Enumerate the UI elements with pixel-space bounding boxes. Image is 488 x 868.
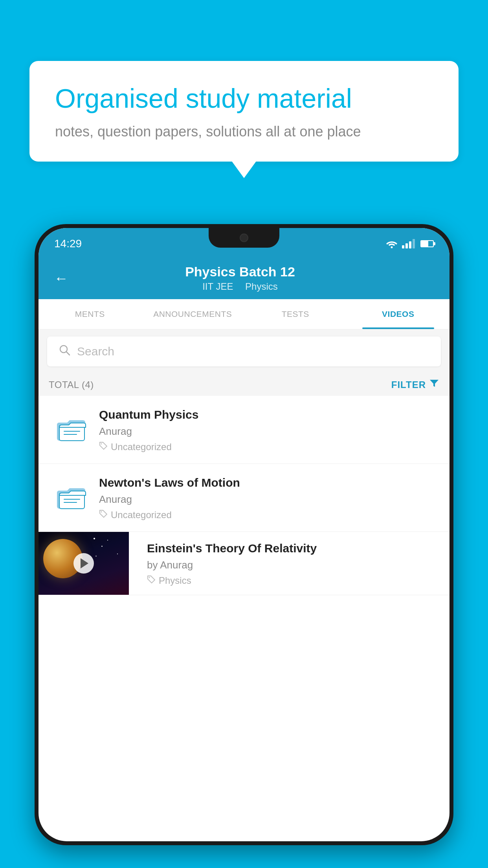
video-author: by Anurag — [147, 559, 441, 571]
list-item[interactable]: Quantum Physics Anurag Uncategorized — [39, 396, 449, 464]
filter-bar: TOTAL (4) FILTER — [39, 373, 449, 396]
video-tag-text: Uncategorized — [111, 441, 172, 452]
thumbnail-image — [39, 532, 129, 595]
svg-point-13 — [149, 577, 150, 578]
filter-label: FILTER — [391, 379, 426, 390]
tab-ments[interactable]: MENTS — [39, 299, 141, 329]
tab-videos[interactable]: VIDEOS — [347, 299, 450, 329]
phone-screen: 14:29 — [39, 228, 449, 841]
video-title: Quantum Physics — [99, 407, 439, 422]
tab-announcements[interactable]: ANNOUNCEMENTS — [141, 299, 244, 329]
video-info: Newton's Laws of Motion Anurag Uncategor… — [99, 475, 439, 520]
svg-point-12 — [101, 511, 102, 513]
folder-icon — [54, 478, 90, 513]
notch — [209, 228, 279, 248]
video-tag: Uncategorized — [99, 509, 439, 520]
search-container: Search — [39, 329, 449, 373]
speech-bubble: Organised study material notes, question… — [29, 61, 459, 162]
tag-icon — [99, 441, 108, 452]
speech-bubble-subtext: notes, question papers, solutions all at… — [55, 123, 433, 140]
tag-icon — [99, 509, 108, 520]
back-button[interactable]: ← — [54, 270, 68, 287]
video-title: Newton's Laws of Motion — [99, 475, 439, 490]
video-info: Einstein's Theory Of Relativity by Anura… — [138, 532, 449, 595]
wifi-icon — [385, 239, 398, 248]
phone-frame: 14:29 — [35, 224, 453, 845]
video-tag-text: Uncategorized — [111, 509, 172, 520]
svg-point-7 — [101, 443, 102, 445]
tab-bar: MENTS ANNOUNCEMENTS TESTS VIDEOS — [39, 299, 449, 329]
speech-bubble-container: Organised study material notes, question… — [29, 61, 459, 162]
total-count: TOTAL (4) — [49, 379, 94, 390]
search-bar[interactable]: Search — [47, 337, 441, 366]
subtitle-part1: IIT JEE — [202, 281, 233, 292]
status-time: 14:29 — [54, 237, 82, 250]
tab-tests[interactable]: TESTS — [244, 299, 347, 329]
play-button[interactable] — [73, 553, 94, 574]
front-camera — [240, 234, 248, 242]
subtitle-part2: Physics — [245, 281, 278, 292]
video-title: Einstein's Theory Of Relativity — [147, 541, 441, 556]
search-placeholder: Search — [77, 345, 114, 358]
video-info: Quantum Physics Anurag Uncategorized — [99, 407, 439, 452]
video-list: Quantum Physics Anurag Uncategorized — [39, 396, 449, 595]
svg-line-2 — [66, 352, 70, 355]
app-header: ← Physics Batch 12 IIT JEE Physics — [39, 256, 449, 299]
status-icons — [385, 239, 434, 248]
filter-funnel-icon — [429, 378, 439, 391]
speech-bubble-headline: Organised study material — [55, 83, 433, 115]
video-tag-text: Physics — [159, 575, 191, 586]
video-author: Anurag — [99, 493, 439, 506]
video-tag: Physics — [147, 575, 441, 586]
search-icon — [58, 344, 71, 359]
list-item[interactable]: Newton's Laws of Motion Anurag Uncategor… — [39, 464, 449, 532]
battery-icon — [420, 240, 434, 247]
folder-icon — [54, 410, 90, 445]
tag-icon — [147, 575, 156, 586]
video-thumbnail — [39, 532, 129, 595]
svg-point-0 — [391, 246, 393, 248]
video-author: Anurag — [99, 425, 439, 438]
signal-icon — [402, 239, 415, 248]
header-title-section: Physics Batch 12 IIT JEE Physics — [76, 264, 404, 292]
list-item[interactable]: Einstein's Theory Of Relativity by Anura… — [39, 532, 449, 595]
video-tag: Uncategorized — [99, 441, 439, 452]
header-title: Physics Batch 12 — [76, 264, 404, 280]
header-subtitle: IIT JEE Physics — [76, 281, 404, 292]
filter-button[interactable]: FILTER — [391, 378, 439, 391]
